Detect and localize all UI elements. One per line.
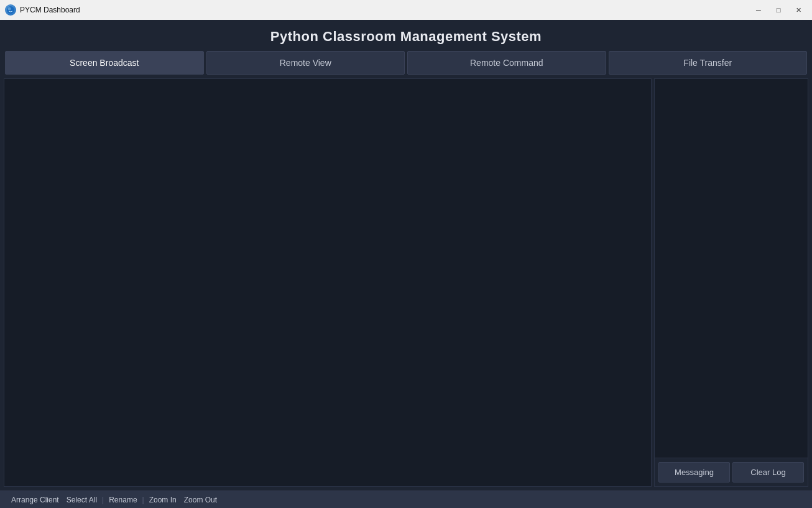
status-bar: Arrange Client Select All | Rename | Zoo… xyxy=(0,491,812,508)
app-heading: Python Classroom Management System xyxy=(0,29,812,45)
status-separator-2: | xyxy=(141,496,145,504)
tab-screen-broadcast[interactable]: Screen Broadcast xyxy=(5,51,204,75)
title-bar-controls: ─ □ ✕ xyxy=(750,4,807,16)
main-panel xyxy=(4,78,652,487)
arrange-client-action[interactable]: Arrange Client xyxy=(7,496,63,504)
tab-remote-view[interactable]: Remote View xyxy=(206,51,405,75)
zoom-in-action[interactable]: Zoom In xyxy=(145,496,180,504)
select-all-action[interactable]: Select All xyxy=(63,496,101,504)
side-panel-buttons: Messaging Clear Log xyxy=(655,458,808,486)
app-container: Python Classroom Management System Scree… xyxy=(0,20,812,508)
zoom-out-action[interactable]: Zoom Out xyxy=(180,496,221,504)
tab-remote-command[interactable]: Remote Command xyxy=(407,51,606,75)
app-title: PYCM Dashboard xyxy=(20,6,80,14)
app-header: Python Classroom Management System xyxy=(0,20,812,51)
close-button[interactable]: ✕ xyxy=(790,4,807,16)
messaging-button[interactable]: Messaging xyxy=(658,462,730,483)
title-bar: PYCM Dashboard ─ □ ✕ xyxy=(0,0,812,20)
app-icon xyxy=(5,4,16,16)
content-area: Messaging Clear Log xyxy=(0,75,812,491)
tab-file-transfer[interactable]: File Transfer xyxy=(609,51,808,75)
status-separator-1: | xyxy=(101,496,105,504)
svg-point-0 xyxy=(7,6,14,14)
side-panel: Messaging Clear Log xyxy=(654,78,808,487)
side-panel-content xyxy=(655,79,808,458)
tab-bar: Screen Broadcast Remote View Remote Comm… xyxy=(0,51,812,75)
svg-point-1 xyxy=(8,7,11,11)
clear-log-button[interactable]: Clear Log xyxy=(732,462,804,483)
minimize-button[interactable]: ─ xyxy=(750,4,767,16)
rename-action[interactable]: Rename xyxy=(105,496,141,504)
title-bar-left: PYCM Dashboard xyxy=(5,4,80,16)
maximize-button[interactable]: □ xyxy=(770,4,787,16)
